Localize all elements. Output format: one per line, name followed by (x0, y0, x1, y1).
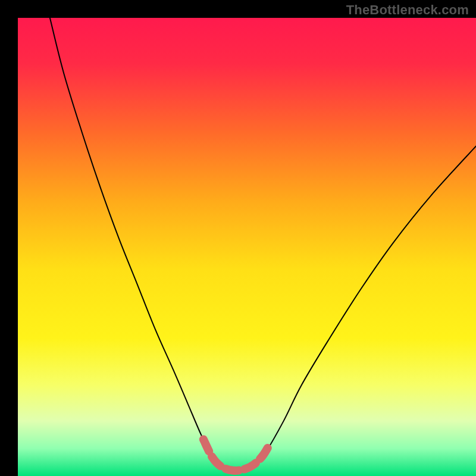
gradient-background (18, 18, 476, 476)
chart-svg (0, 0, 476, 476)
watermark-label: TheBottleneck.com (346, 2, 469, 18)
bottleneck-chart: TheBottleneck.com (0, 0, 476, 476)
